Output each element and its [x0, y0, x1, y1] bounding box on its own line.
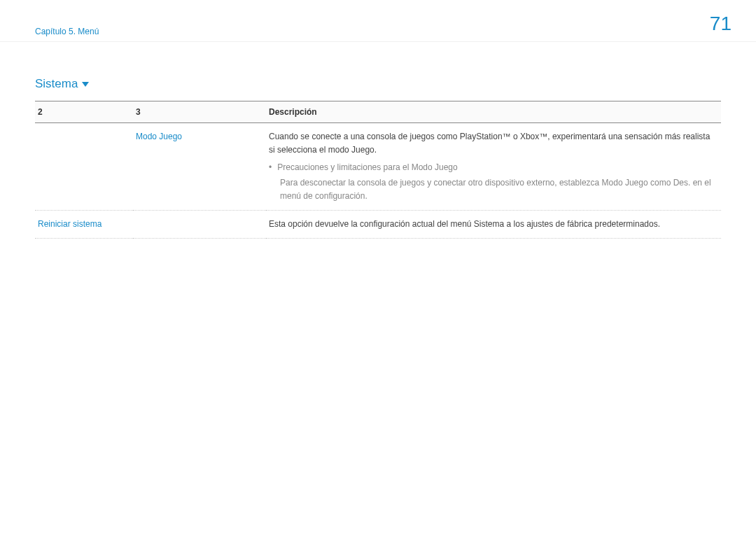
bullet-detail: Para desconectar la consola de juegos y … — [280, 176, 718, 203]
menu-item-link[interactable]: Modo Juego — [136, 132, 182, 141]
cell-col2 — [133, 210, 266, 238]
breadcrumb: Capítulo 5. Menú — [35, 27, 99, 36]
table-header-col3: Descripción — [266, 101, 721, 123]
cell-col1: Reiniciar sistema — [35, 210, 133, 238]
cell-description: Esta opción devuelve la configuración ac… — [266, 210, 721, 238]
section-title: Sistema — [35, 77, 721, 91]
bullet-title: Precauciones y limitaciones para el Modo… — [277, 161, 457, 174]
description-text: Esta opción devuelve la configuración ac… — [269, 218, 718, 231]
cell-col1 — [35, 123, 133, 211]
table-header-col2: 3 — [133, 101, 266, 123]
cell-description: Cuando se conecte a una consola de juego… — [266, 123, 721, 211]
menu-table: 2 3 Descripción Modo Juego Cuando se con… — [35, 101, 721, 239]
cell-col2: Modo Juego — [133, 123, 266, 211]
page-header: Capítulo 5. Menú 71 — [0, 0, 756, 42]
section-title-text: Sistema — [35, 77, 78, 91]
table-row: Reiniciar sistema Esta opción devuelve l… — [35, 210, 721, 238]
triangle-down-icon — [82, 82, 89, 87]
description-text: Cuando se conecte a una consola de juego… — [269, 130, 718, 157]
menu-item-link[interactable]: Reiniciar sistema — [38, 219, 102, 229]
bullet-icon: • — [269, 161, 272, 174]
bullet-item: • Precauciones y limitaciones para el Mo… — [269, 161, 718, 174]
page-number: 71 — [710, 13, 732, 35]
table-header-row: 2 3 Descripción — [35, 101, 721, 123]
page-content: Sistema 2 3 Descripción Modo Juego Cuand… — [0, 42, 756, 239]
table-header-col1: 2 — [35, 101, 133, 123]
table-row: Modo Juego Cuando se conecte a una conso… — [35, 123, 721, 211]
